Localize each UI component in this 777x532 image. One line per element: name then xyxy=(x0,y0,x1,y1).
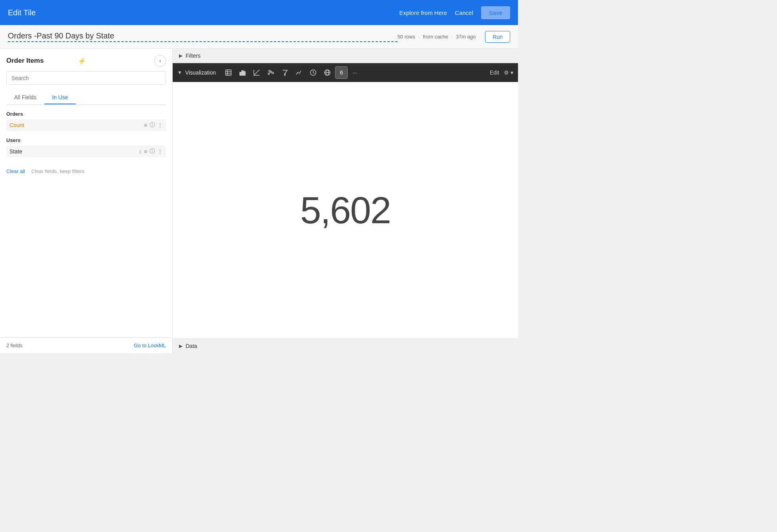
row-count: 50 rows xyxy=(398,34,416,40)
explore-from-here-link[interactable]: Explore from Here xyxy=(399,9,447,16)
field-state-icons: ↕ ≡ ⓘ ⋮ xyxy=(139,148,163,155)
viz-icon-map[interactable] xyxy=(321,66,334,79)
field-state-label[interactable]: State xyxy=(9,148,139,155)
search-input[interactable] xyxy=(6,71,166,85)
orders-section-label: Orders xyxy=(6,111,166,117)
svg-line-7 xyxy=(254,70,259,75)
tab-in-use[interactable]: In Use xyxy=(44,91,76,104)
page-title: Edit Tile xyxy=(8,8,399,17)
dot-separator-2: · xyxy=(451,34,453,40)
svg-point-13 xyxy=(269,70,270,72)
viz-icon-table[interactable] xyxy=(222,66,235,79)
viz-collapse-icon[interactable]: ▼ xyxy=(177,70,182,75)
query-title[interactable]: Orders -Past 90 Days by State xyxy=(8,31,398,42)
filter-icon-count[interactable]: ≡ xyxy=(144,122,147,128)
filters-expand-icon[interactable]: ▶ xyxy=(179,53,182,58)
clear-fields-link[interactable]: Clear fields, keep filters xyxy=(31,168,84,174)
filters-label: Filters xyxy=(186,53,201,59)
data-bar: ▶ Data xyxy=(173,339,518,353)
header: Edit Tile Explore from Here Cancel Save xyxy=(0,0,518,25)
clear-all-link[interactable]: Clear all xyxy=(6,168,25,174)
viz-icon-dots[interactable] xyxy=(264,66,277,79)
run-button[interactable]: Run xyxy=(485,31,510,43)
info-icon-count[interactable]: ⓘ xyxy=(150,122,155,129)
big-number-value: 5,602 xyxy=(300,189,390,232)
subheader-meta: 50 rows · from cache · 37m ago Run xyxy=(398,31,510,43)
time-ago: 37m ago xyxy=(456,34,476,40)
viz-icon-single-value[interactable]: 6 xyxy=(335,66,348,79)
viz-edit-label[interactable]: Edit xyxy=(490,69,499,76)
header-actions: Explore from Here Cancel Save xyxy=(399,6,510,19)
users-section: Users State ↕ ≡ ⓘ ⋮ xyxy=(6,137,166,159)
field-row-count: Count ≡ ⓘ ⋮ xyxy=(6,119,166,131)
panel-header: Order Items ⚡ ‹ xyxy=(6,55,166,67)
field-row-state: State ↕ ≡ ⓘ ⋮ xyxy=(6,146,166,157)
svg-point-12 xyxy=(272,72,274,74)
visualization-content: 5,602 xyxy=(173,82,518,339)
collapse-panel-button[interactable]: ‹ xyxy=(154,55,166,67)
number6-label: 6 xyxy=(340,69,343,76)
viz-label: Visualization xyxy=(185,69,216,76)
data-label: Data xyxy=(186,343,197,349)
svg-rect-6 xyxy=(244,71,245,75)
lightning-icon: ⚡ xyxy=(78,57,86,65)
field-tabs: All Fields In Use xyxy=(6,91,166,105)
filter-icon-state[interactable]: ≡ xyxy=(144,148,147,155)
viz-settings-icon[interactable]: ⚙ ▾ xyxy=(504,69,513,76)
field-count-icons: ≡ ⓘ ⋮ xyxy=(144,122,163,129)
viz-icon-bar[interactable] xyxy=(236,66,249,79)
info-icon-state[interactable]: ⓘ xyxy=(150,148,155,155)
more-icon-state[interactable]: ⋮ xyxy=(157,148,163,155)
right-panel: ▶ Filters ▼ Visualization xyxy=(173,49,518,353)
fields-count: 2 fields xyxy=(6,343,22,348)
data-expand-icon[interactable]: ▶ xyxy=(179,343,182,349)
viz-icon-funnel[interactable] xyxy=(279,66,291,79)
filters-bar: ▶ Filters xyxy=(173,49,518,63)
visualization-toolbar: ▼ Visualization xyxy=(173,63,518,82)
svg-rect-5 xyxy=(242,71,243,75)
go-to-lookml-link[interactable]: Go to LookML xyxy=(134,343,166,348)
more-icon-count[interactable]: ⋮ xyxy=(157,122,163,128)
users-section-label: Users xyxy=(6,137,166,143)
svg-rect-4 xyxy=(240,72,241,75)
field-count-label[interactable]: Count xyxy=(9,122,144,128)
clear-links: Clear all Clear fields, keep filters xyxy=(6,168,166,174)
viz-icon-timeline[interactable] xyxy=(307,66,319,79)
tab-all-fields[interactable]: All Fields xyxy=(6,91,44,104)
left-panel: Order Items ⚡ ‹ All Fields In Use Orders… xyxy=(0,49,173,353)
cancel-button[interactable]: Cancel xyxy=(455,9,473,16)
svg-rect-0 xyxy=(226,70,231,75)
svg-point-10 xyxy=(268,73,270,75)
orders-section: Orders Count ≡ ⓘ ⋮ xyxy=(6,111,166,133)
viz-more-icon[interactable]: ··· xyxy=(352,69,357,76)
dot-separator-1: · xyxy=(418,34,420,40)
pivot-icon-state[interactable]: ↕ xyxy=(139,148,142,155)
panel-title: Order Items xyxy=(6,57,75,65)
save-button[interactable]: Save xyxy=(481,6,510,19)
panel-footer: 2 fields Go to LookML xyxy=(0,337,172,353)
viz-icon-scatter[interactable] xyxy=(250,66,263,79)
viz-icon-line[interactable] xyxy=(293,66,305,79)
cache-status: from cache xyxy=(423,34,448,40)
subheader: Orders -Past 90 Days by State 50 rows · … xyxy=(0,25,518,49)
main-layout: Order Items ⚡ ‹ All Fields In Use Orders… xyxy=(0,49,518,353)
